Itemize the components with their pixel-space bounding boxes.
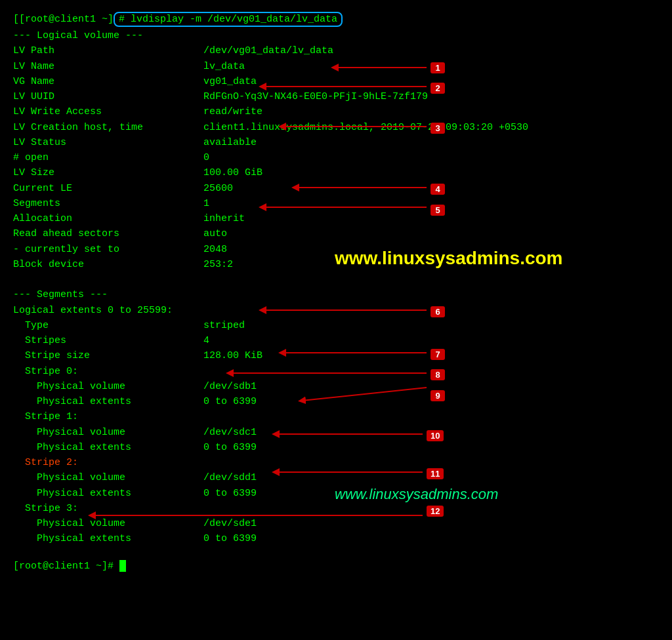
lv-uuid-line: LV UUIDRdFGnO-Yq3V-NX46-E0E0-PFjI-9hLE-7… (13, 89, 659, 104)
stripes-line: Stripes4 (13, 333, 659, 348)
stripe1-volume: Physical volume/dev/sdc1 (13, 425, 659, 440)
lv-status-line: LV Statusavailable (13, 135, 659, 150)
stripe1-header: Stripe 1: (13, 409, 659, 424)
stripe-size-line: Stripe size128.00 KiB (13, 348, 659, 363)
allocation-line: Allocationinherit (13, 211, 659, 226)
annotation-4: 4 (430, 184, 445, 195)
block-device-line: Block device253:2 (13, 257, 659, 272)
annotation-2: 2 (430, 83, 445, 94)
stripe0-volume: Physical volume/dev/sdb1 (13, 379, 659, 394)
currently-set-line: - currently set to2048 (13, 242, 659, 257)
cursor (119, 560, 126, 572)
command-line: [[root@client1 ~] # lvdisplay -m /dev/vg… (13, 12, 659, 27)
seg-header: --- Segments --- (13, 287, 659, 302)
annotation-7: 7 (430, 349, 445, 360)
lv-name-line: LV Namelv_data (13, 59, 659, 74)
annotation-9: 9 (430, 390, 445, 401)
lv-creation-line: LV Creation host, timeclient1.linuxsysad… (13, 120, 659, 135)
annotation-8: 8 (430, 369, 445, 380)
stripe1-extents: Physical extents0 to 6399 (13, 440, 659, 455)
type-line: Typestriped (13, 318, 659, 333)
terminal: [[root@client1 ~] # lvdisplay -m /dev/vg… (13, 12, 659, 572)
annotation-3: 3 (430, 123, 445, 134)
lv-write-access-line: LV Write Accessread/write (13, 104, 659, 119)
annotation-6: 6 (430, 306, 445, 317)
stripe0-header: Stripe 0: (13, 364, 659, 379)
annotation-1: 1 (430, 62, 445, 73)
segments-line: Segments1 (13, 196, 659, 211)
stripe3-header: Stripe 3: (13, 501, 659, 516)
annotation-10: 10 (427, 430, 444, 441)
extents-line: Logical extents 0 to 25599: (13, 303, 659, 318)
read-ahead-line: Read ahead sectorsauto (13, 226, 659, 241)
bottom-prompt-text: [root@client1 ~]# (13, 560, 119, 571)
command-box: # lvdisplay -m /dev/vg01_data/lv_data (114, 12, 343, 27)
command-text: # lvdisplay -m /dev/vg01_data/lv_data (119, 14, 337, 25)
prompt-start: [[root@client1 ~] (13, 14, 114, 25)
stripe3-extents: Physical extents0 to 6399 (13, 531, 659, 546)
lv-size-line: LV Size100.00 GiB (13, 165, 659, 180)
current-le-line: Current LE25600 (13, 181, 659, 196)
stripe2-header: Stripe 2: (13, 455, 659, 470)
lv-header: --- Logical volume --- (13, 28, 659, 43)
blank-line-1 (13, 272, 659, 287)
stripe3-volume: Physical volume/dev/sde1 (13, 516, 659, 531)
bottom-prompt-area: [root@client1 ~]# (13, 560, 659, 572)
open-line: # open0 (13, 150, 659, 165)
stripe0-extents: Physical extents0 to 6399 (13, 394, 659, 409)
lv-path-line: LV Path/dev/vg01_data/lv_data (13, 43, 659, 58)
vg-name-line: VG Namevg01_data (13, 74, 659, 89)
annotation-12: 12 (427, 506, 444, 517)
stripe2-volume: Physical volume/dev/sdd1 (13, 470, 659, 485)
stripe2-extents: Physical extents0 to 6399 (13, 486, 659, 501)
annotation-5: 5 (430, 205, 445, 216)
annotation-11: 11 (427, 468, 444, 479)
